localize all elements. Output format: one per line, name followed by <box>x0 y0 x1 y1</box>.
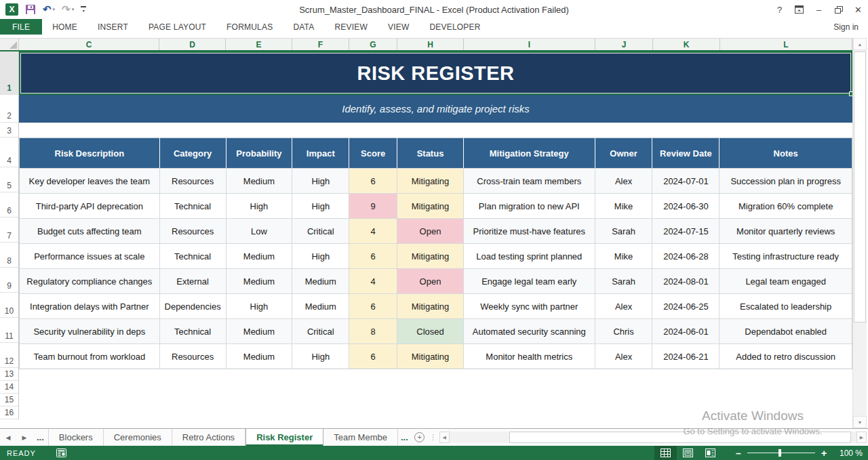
zoom-slider-thumb[interactable] <box>778 449 781 457</box>
table-header-category[interactable]: Category <box>160 138 226 168</box>
empty-row[interactable] <box>19 123 852 138</box>
cell-mitigation[interactable]: Load testing sprint planned <box>464 243 595 268</box>
table-header-mitigation-strategy[interactable]: Mitigation Strategy <box>464 138 595 168</box>
row-header-12[interactable]: 12 <box>0 343 18 368</box>
cell-probability[interactable]: Medium <box>226 343 293 369</box>
column-header-C[interactable]: C <box>19 39 159 50</box>
sheet-tab-blockers[interactable]: Blockers <box>49 429 104 446</box>
cell-category[interactable]: Technical <box>160 318 226 343</box>
save-button[interactable] <box>25 4 36 15</box>
row-header-10[interactable]: 10 <box>0 293 18 318</box>
sheet-nav-left-arrow[interactable]: ◀ <box>0 429 16 446</box>
cell-status[interactable]: Mitigating <box>397 343 464 369</box>
cell-owner[interactable]: Alex <box>595 343 653 369</box>
cell-review_date[interactable]: 2024-07-01 <box>652 168 719 193</box>
row-header-13[interactable]: 13 <box>0 368 18 381</box>
cell-notes[interactable]: Escalated to leadership <box>719 293 852 318</box>
zoom-slider-track[interactable] <box>747 453 815 453</box>
cell-score[interactable]: 4 <box>349 268 397 293</box>
ribbon-display-options-button[interactable] <box>789 2 809 17</box>
row-header-2[interactable]: 2 <box>0 95 18 123</box>
redo-button[interactable]: ↷ ▾ <box>62 3 74 16</box>
cell-impact[interactable]: Critical <box>292 318 349 343</box>
cell-review_date[interactable]: 2024-06-28 <box>652 243 719 268</box>
scroll-up-arrow[interactable]: ▲ <box>853 38 867 50</box>
cell-status[interactable]: Closed <box>397 318 464 343</box>
cell-description[interactable]: Third-party API deprecation <box>20 193 160 218</box>
column-header-E[interactable]: E <box>226 39 292 50</box>
sign-in-link[interactable]: Sign in <box>833 19 868 35</box>
cell-probability[interactable]: High <box>226 293 293 318</box>
row-header-8[interactable]: 8 <box>0 243 18 268</box>
cell-review_date[interactable]: 2024-08-01 <box>652 268 719 293</box>
row-header-1[interactable]: 1 <box>0 51 18 95</box>
cell-notes[interactable]: Migration 60% complete <box>719 193 852 218</box>
page-break-preview-button[interactable] <box>699 446 722 460</box>
redo-dropdown-icon[interactable]: ▾ <box>72 7 75 12</box>
horizontal-scrollbar-track[interactable] <box>450 432 856 443</box>
cell-owner[interactable]: Alex <box>595 168 653 193</box>
sheet-nav-right-arrow[interactable]: ▶ <box>16 429 33 446</box>
column-header-L[interactable]: L <box>720 39 852 50</box>
column-header-D[interactable]: D <box>159 39 226 50</box>
cell-notes[interactable]: Testing infrastructure ready <box>719 243 852 268</box>
cell-mitigation[interactable]: Weekly sync with partner <box>464 293 595 318</box>
page-layout-view-button[interactable] <box>677 446 699 460</box>
cell-owner[interactable]: Sarah <box>595 268 653 293</box>
vertical-scrollbar[interactable]: ▲ ▼ <box>852 38 867 428</box>
cell-description[interactable]: Key developer leaves the team <box>20 168 160 193</box>
cell-probability[interactable]: Medium <box>226 243 293 268</box>
vertical-scrollbar-thumb[interactable] <box>854 51 866 322</box>
sheet-tab-ceremonies[interactable]: Ceremonies <box>104 429 172 446</box>
cell-description[interactable]: Performance issues at scale <box>20 243 160 268</box>
cell-review_date[interactable]: 2024-06-30 <box>652 193 719 218</box>
cell-category[interactable]: Resources <box>160 343 226 369</box>
tab-scrollbar-splitter[interactable]: ⋮ <box>429 429 438 446</box>
table-header-impact[interactable]: Impact <box>292 138 349 168</box>
cell-status[interactable]: Open <box>397 268 464 293</box>
cell-category[interactable]: Resources <box>160 218 226 243</box>
column-header-K[interactable]: K <box>653 39 720 50</box>
select-all-corner[interactable] <box>0 39 19 50</box>
row-header-16[interactable]: 16 <box>0 406 18 419</box>
cell-status[interactable]: Mitigating <box>397 243 464 268</box>
cell-review_date[interactable]: 2024-07-15 <box>652 218 719 243</box>
table-header-status[interactable]: Status <box>397 138 464 168</box>
cell-mitigation[interactable]: Prioritize must-have features <box>464 218 595 243</box>
cell-impact[interactable]: High <box>292 343 349 369</box>
cell-category[interactable]: External <box>160 268 226 293</box>
cell-notes[interactable]: Succession plan in progress <box>719 168 852 193</box>
column-header-H[interactable]: H <box>397 39 464 50</box>
table-header-review-date[interactable]: Review Date <box>652 138 719 168</box>
cell-owner[interactable]: Alex <box>595 293 653 318</box>
horizontal-scrollbar[interactable]: ◀ ▶ <box>438 429 868 446</box>
cell-category[interactable]: Technical <box>160 193 226 218</box>
cell-score[interactable]: 6 <box>349 293 397 318</box>
cell-status[interactable]: Open <box>397 218 464 243</box>
sheet-tab-retro-actions[interactable]: Retro Actions <box>172 429 245 446</box>
cell-probability[interactable]: Low <box>226 218 293 243</box>
normal-view-button[interactable] <box>654 446 677 460</box>
ribbon-tab-file[interactable]: FILE <box>0 19 42 35</box>
scroll-down-arrow[interactable]: ▼ <box>853 416 867 428</box>
cell-impact[interactable]: Medium <box>292 268 349 293</box>
table-header-score[interactable]: Score <box>349 138 397 168</box>
row-header-11[interactable]: 11 <box>0 318 18 343</box>
cell-score[interactable]: 9 <box>349 193 397 218</box>
cell-description[interactable]: Team burnout from workload <box>20 343 160 369</box>
restore-button[interactable] <box>829 2 848 17</box>
cell-notes[interactable]: Dependabot enabled <box>719 318 852 343</box>
column-header-G[interactable]: G <box>349 39 397 50</box>
new-sheet-button[interactable]: + <box>411 429 429 446</box>
horizontal-scrollbar-thumb[interactable] <box>509 432 851 443</box>
zoom-level-label[interactable]: 100 % <box>831 448 863 458</box>
cell-probability[interactable]: Medium <box>226 168 293 193</box>
cell-owner[interactable]: Mike <box>595 243 653 268</box>
cell-review_date[interactable]: 2024-06-21 <box>652 343 719 369</box>
column-header-I[interactable]: I <box>464 39 595 50</box>
zoom-out-button[interactable]: – <box>731 448 746 459</box>
ribbon-tab-developer[interactable]: DEVELOPER <box>419 19 490 35</box>
cell-impact[interactable]: Medium <box>292 293 349 318</box>
table-header-risk-description[interactable]: Risk Description <box>20 138 160 168</box>
ribbon-tab-review[interactable]: REVIEW <box>324 19 378 35</box>
